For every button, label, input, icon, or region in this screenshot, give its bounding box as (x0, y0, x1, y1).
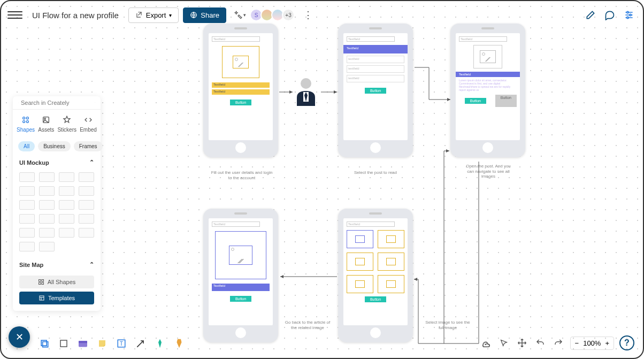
button: Button (465, 98, 486, 104)
search-input: Textfield (212, 221, 260, 227)
header-bar: Textfield (343, 45, 408, 54)
edit-icon[interactable] (583, 7, 598, 22)
tool-rectangle[interactable] (57, 337, 71, 350)
chevron-up-icon: ⌃ (89, 261, 94, 268)
search-icon[interactable] (95, 100, 95, 106)
tool-sticky[interactable] (95, 337, 109, 350)
tool-layers[interactable] (37, 337, 51, 350)
shape-item[interactable] (39, 228, 55, 238)
mockup-frame-5[interactable]: Textfield Textfield Button (203, 209, 278, 342)
frame-caption: Open the post. And you can navigate to s… (464, 164, 512, 179)
button: Button (230, 296, 251, 302)
tab-shapes[interactable]: Shapes (17, 115, 35, 133)
shape-item[interactable] (79, 214, 94, 224)
zoom-level[interactable]: 100% (583, 339, 601, 347)
search-input: Textfield (212, 36, 260, 42)
chevron-down-icon: ▾ (169, 12, 172, 18)
tool-text[interactable]: T (114, 337, 128, 350)
input: textfield (347, 75, 404, 82)
shape-item[interactable] (79, 186, 94, 196)
thumbnail (347, 275, 373, 293)
chevron-up-icon: ⌃ (89, 159, 94, 166)
tool-arrow[interactable] (134, 337, 148, 350)
shape-item[interactable] (59, 186, 74, 196)
svg-point-3 (301, 78, 311, 89)
section-site-map[interactable]: Site Map⌃ (13, 257, 101, 272)
sync-icon[interactable] (479, 337, 492, 349)
shape-item[interactable] (79, 228, 94, 238)
shape-item[interactable] (39, 214, 55, 224)
zoom-in[interactable]: + (605, 339, 609, 347)
thumbnail (378, 230, 404, 248)
export-icon (135, 11, 143, 19)
mockup-frame-4[interactable]: Textfield Button (338, 209, 413, 342)
mockup-frame-3[interactable]: Textfield Textfield Lorem ipsum dolor si… (450, 24, 525, 157)
chip-all[interactable]: All (18, 141, 35, 151)
tool-pen[interactable] (153, 337, 167, 350)
kebab-menu-icon[interactable]: ⋮ (299, 9, 317, 21)
share-button[interactable]: Share (183, 7, 226, 23)
shape-item[interactable] (59, 228, 74, 238)
shape-item[interactable] (59, 172, 74, 182)
shape-item[interactable] (39, 200, 55, 210)
svg-rect-21 (39, 280, 41, 282)
textfield: Textfield (212, 89, 270, 95)
frame-caption: Go back to the article of the related im… (283, 320, 332, 330)
export-button[interactable]: Export ▾ (128, 7, 179, 23)
undo-icon[interactable] (534, 337, 547, 349)
shape-item[interactable] (39, 242, 55, 251)
shape-item[interactable] (19, 172, 35, 182)
magic-icon[interactable]: ▾ (231, 6, 248, 24)
shape-item[interactable] (59, 214, 74, 224)
svg-point-13 (95, 103, 95, 103)
shape-item[interactable] (19, 200, 35, 210)
svg-point-15 (23, 117, 25, 119)
persona-avatar[interactable] (293, 76, 319, 108)
zoom-out[interactable]: − (575, 339, 579, 347)
svg-rect-24 (42, 282, 44, 285)
collaborator-avatars[interactable]: S +3 (252, 9, 295, 21)
shape-item[interactable] (79, 172, 94, 182)
all-shapes-button[interactable]: All Shapes (19, 276, 94, 288)
shape-item[interactable] (19, 242, 35, 251)
search-input[interactable] (21, 100, 95, 106)
shape-item[interactable] (19, 228, 35, 238)
tab-stickers[interactable]: Stickers (57, 115, 76, 133)
svg-point-18 (26, 120, 28, 123)
thumbnail (378, 275, 404, 293)
shape-item[interactable] (39, 186, 55, 196)
shape-item[interactable] (59, 200, 74, 210)
section-ui-mockup[interactable]: UI Mockup⌃ (13, 155, 101, 170)
close-panel-button[interactable]: ✕ (9, 326, 30, 348)
svg-point-17 (23, 120, 25, 123)
chip-frames[interactable]: Frames (74, 141, 103, 151)
comment-icon[interactable] (602, 7, 617, 22)
move-icon[interactable] (516, 337, 528, 349)
mockup-frame-2[interactable]: Textfield Textfield textfield textfield … (338, 24, 413, 157)
svg-point-11 (627, 17, 628, 18)
svg-rect-25 (40, 296, 44, 300)
shape-item[interactable] (79, 200, 94, 210)
tool-highlighter[interactable] (172, 337, 186, 350)
tool-card[interactable] (76, 337, 90, 350)
mockup-frame-1[interactable]: Textfield Textfield Textfield Button (203, 24, 278, 157)
tab-assets[interactable]: Assets (38, 115, 54, 133)
shape-item[interactable] (39, 172, 55, 182)
svg-rect-28 (41, 340, 47, 346)
document-title[interactable]: UI Flow for a new profile (27, 7, 124, 23)
redo-icon[interactable] (552, 337, 565, 349)
svg-rect-23 (39, 282, 41, 285)
svg-point-10 (630, 14, 631, 16)
menu-icon[interactable] (7, 7, 22, 22)
svg-point-9 (627, 11, 628, 13)
chip-business[interactable]: Business (38, 141, 71, 151)
tab-embed[interactable]: Embed (80, 115, 97, 133)
avatar-more[interactable]: +3 (282, 9, 295, 21)
shape-item[interactable] (19, 214, 35, 224)
button: Button (495, 95, 517, 107)
templates-button[interactable]: Templates (19, 292, 94, 304)
settings-icon[interactable] (622, 7, 637, 22)
help-button[interactable]: ? (619, 335, 634, 350)
cursor-icon[interactable] (497, 337, 510, 349)
shape-item[interactable] (19, 186, 35, 196)
